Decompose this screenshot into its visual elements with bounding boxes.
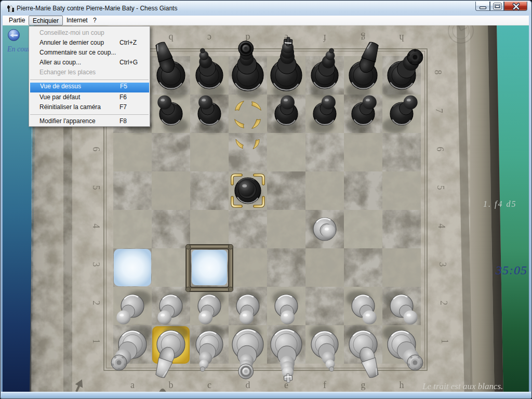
svg-text:4: 4 xyxy=(91,224,101,229)
svg-text:h: h xyxy=(400,380,404,390)
svg-text:5: 5 xyxy=(91,185,101,190)
svg-text:7: 7 xyxy=(434,109,444,113)
svg-text:2: 2 xyxy=(438,301,449,305)
svg-text:f: f xyxy=(323,33,326,43)
svg-text:3: 3 xyxy=(91,262,101,267)
svg-text:1: 1 xyxy=(440,339,450,344)
svg-text:c: c xyxy=(207,380,211,390)
svg-text:1: 1 xyxy=(91,339,101,344)
svg-text:5: 5 xyxy=(435,185,446,190)
svg-text:g: g xyxy=(361,33,366,43)
svg-text:d: d xyxy=(246,380,250,390)
svg-text:3: 3 xyxy=(437,262,448,267)
svg-text:Le trait est aux blancs.: Le trait est aux blancs. xyxy=(422,381,503,391)
svg-text:6: 6 xyxy=(91,147,101,152)
svg-text:1. f4 d5: 1. f4 d5 xyxy=(483,200,516,209)
svg-text:f: f xyxy=(323,380,326,390)
svg-text:c: c xyxy=(207,33,211,43)
svg-text:35:05: 35:05 xyxy=(495,263,527,277)
svg-text:b: b xyxy=(169,380,174,390)
svg-text:g: g xyxy=(361,380,366,390)
svg-text:4: 4 xyxy=(436,224,447,229)
svg-text:a: a xyxy=(130,380,135,390)
svg-text:b: b xyxy=(169,33,174,43)
svg-text:h: h xyxy=(400,33,404,43)
svg-text:2: 2 xyxy=(91,301,101,305)
svg-text:6: 6 xyxy=(435,147,445,152)
svg-text:8: 8 xyxy=(433,70,443,75)
